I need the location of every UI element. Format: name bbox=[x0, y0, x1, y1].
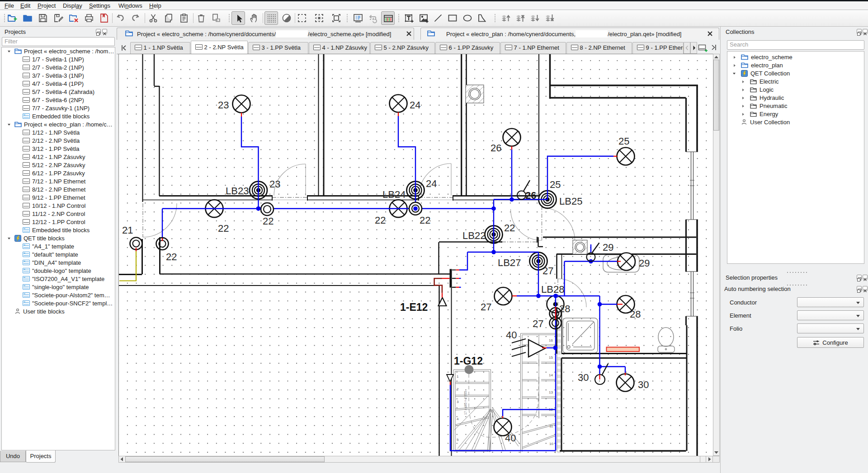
svg-text:22: 22 bbox=[504, 222, 515, 234]
svg-text:23: 23 bbox=[218, 99, 229, 111]
svg-text:22: 22 bbox=[218, 223, 229, 234]
svg-text:17 x 185 = 2 955: 17 x 185 = 2 955 bbox=[464, 391, 467, 415]
svg-text:26: 26 bbox=[525, 190, 536, 201]
svg-text:27: 27 bbox=[533, 318, 543, 329]
svg-text:40: 40 bbox=[505, 432, 516, 444]
svg-text:22: 22 bbox=[263, 215, 274, 227]
svg-text:LB22: LB22 bbox=[462, 230, 486, 241]
svg-text:30: 30 bbox=[578, 372, 589, 383]
svg-text:2: 2 bbox=[457, 387, 459, 391]
svg-text:27: 27 bbox=[542, 265, 553, 276]
svg-text:29: 29 bbox=[603, 242, 613, 253]
svg-text:1-G12: 1-G12 bbox=[454, 355, 483, 367]
svg-text:22: 22 bbox=[420, 215, 430, 226]
svg-text:LB25: LB25 bbox=[559, 196, 582, 207]
svg-text:26: 26 bbox=[491, 142, 501, 154]
svg-text:27: 27 bbox=[481, 301, 491, 313]
svg-text:24: 24 bbox=[410, 99, 420, 111]
svg-text:25: 25 bbox=[618, 136, 629, 147]
svg-text:LB23: LB23 bbox=[226, 185, 249, 197]
svg-text:25: 25 bbox=[550, 179, 561, 190]
svg-text:28: 28 bbox=[559, 303, 570, 314]
svg-text:29: 29 bbox=[639, 258, 650, 269]
svg-text:14: 14 bbox=[549, 373, 553, 377]
svg-text:LB28: LB28 bbox=[541, 284, 564, 295]
svg-text:40: 40 bbox=[506, 329, 517, 341]
svg-text:1-E12: 1-E12 bbox=[400, 301, 428, 313]
svg-text:3: 3 bbox=[457, 400, 459, 404]
svg-text:16: 16 bbox=[549, 338, 553, 342]
svg-text:30: 30 bbox=[638, 379, 649, 390]
svg-text:22: 22 bbox=[375, 215, 386, 226]
svg-text:LB24: LB24 bbox=[382, 189, 406, 200]
svg-text:24: 24 bbox=[426, 178, 437, 189]
svg-text:28: 28 bbox=[630, 309, 641, 320]
svg-text:15: 15 bbox=[549, 356, 553, 360]
svg-text:5: 5 bbox=[457, 438, 459, 442]
svg-text:21: 21 bbox=[122, 225, 133, 236]
svg-text:10: 10 bbox=[549, 442, 553, 446]
svg-text:11: 11 bbox=[549, 424, 553, 428]
svg-text:4: 4 bbox=[457, 417, 459, 421]
svg-text:LB27: LB27 bbox=[498, 257, 521, 268]
svg-text:1: 1 bbox=[457, 375, 459, 379]
svg-text:23: 23 bbox=[269, 178, 280, 190]
svg-text:13: 13 bbox=[549, 390, 553, 394]
svg-text:22: 22 bbox=[166, 251, 177, 262]
